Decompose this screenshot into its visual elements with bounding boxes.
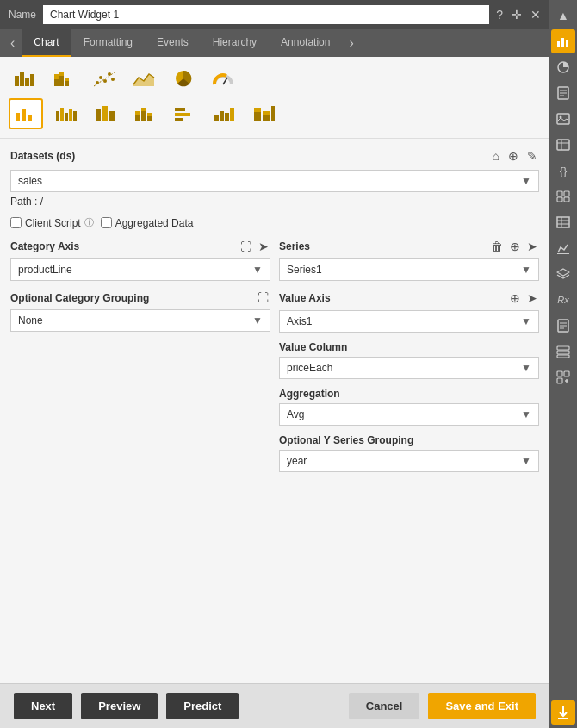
chart-type-bar-dot[interactable]: [208, 99, 241, 128]
chart-type-scatter[interactable]: [88, 64, 121, 93]
svg-rect-23: [60, 108, 64, 121]
chart-type-bar-v1[interactable]: [9, 98, 43, 129]
sidebar-chart-icon[interactable]: [551, 29, 575, 53]
dataset-add-btn[interactable]: ⊕: [506, 147, 520, 165]
datasets-icons: ⌂ ⊕ ✎: [491, 147, 539, 165]
value-column-select[interactable]: priceEach ▼: [279, 357, 539, 379]
sidebar-image-icon[interactable]: [551, 107, 575, 131]
svg-rect-5: [54, 74, 59, 79]
aggregation-value: Avg: [287, 408, 304, 420]
chart-type-bar-v3[interactable]: [90, 99, 122, 128]
sidebar-grid3-icon[interactable]: [551, 210, 575, 234]
svg-rect-48: [557, 41, 560, 47]
close-icon[interactable]: ✕: [530, 8, 541, 22]
optional-y-section: Optional Y Series Grouping year ▼: [279, 434, 539, 472]
series-header: Series 🗑 ⊕ ➤: [279, 238, 539, 255]
svg-rect-7: [59, 72, 64, 76]
dataset-home-btn[interactable]: ⌂: [491, 147, 501, 165]
optional-y-select[interactable]: year ▼: [279, 450, 539, 472]
right-sidebar: ▲ {} Rx: [549, 0, 577, 728]
preview-button[interactable]: Preview: [81, 693, 158, 719]
sidebar-gallery-icon[interactable]: [551, 184, 575, 208]
series-nav-btn[interactable]: ➤: [525, 238, 539, 255]
chart-type-bar-stripe[interactable]: [248, 99, 281, 128]
chart-type-bar-h[interactable]: [169, 99, 202, 128]
datasets-select[interactable]: sales ▼: [10, 170, 539, 192]
svg-rect-77: [557, 355, 569, 358]
sidebar-page-icon[interactable]: [551, 81, 575, 105]
optional-category-label: Optional Category Grouping: [10, 292, 149, 304]
aggregated-data-checkbox[interactable]: [101, 217, 112, 228]
sidebar-addgrid-icon[interactable]: [551, 365, 575, 389]
next-button[interactable]: Next: [14, 693, 72, 719]
chart-type-bar-v4[interactable]: [129, 99, 162, 128]
tab-annotation[interactable]: Annotation: [269, 29, 342, 57]
cancel-button[interactable]: Cancel: [349, 693, 420, 719]
svg-rect-2: [25, 78, 29, 86]
svg-rect-79: [564, 371, 569, 376]
sidebar-linechart-icon[interactable]: [551, 236, 575, 260]
value-axis-add-btn[interactable]: ⊕: [508, 289, 522, 307]
category-axis-select[interactable]: productLine ▼: [10, 258, 270, 281]
chart-type-pie[interactable]: [167, 64, 200, 93]
footer: Next Preview Predict Cancel Save and Exi…: [0, 683, 549, 728]
aggregation-select[interactable]: Avg ▼: [279, 403, 539, 426]
series-select[interactable]: Series1 ▼: [279, 258, 539, 281]
save-exit-button[interactable]: Save and Exit: [428, 693, 536, 719]
tab-formatting[interactable]: Formatting: [71, 29, 145, 57]
chart-type-bar-v2[interactable]: [50, 99, 83, 128]
chart-type-stacked-bar[interactable]: [48, 64, 81, 93]
chart-types-row1: [9, 64, 541, 93]
category-axis-nav-btn[interactable]: ➤: [257, 238, 270, 255]
chart-icons-section: [0, 57, 549, 139]
chart-type-area[interactable]: [127, 64, 160, 93]
sidebar-download-icon[interactable]: [551, 700, 575, 725]
tab-prev-btn[interactable]: ‹: [3, 30, 22, 56]
widget-name-input[interactable]: [43, 5, 489, 24]
svg-rect-32: [141, 111, 146, 121]
dataset-edit-btn[interactable]: ✎: [525, 147, 539, 165]
chart-type-grouped-bar[interactable]: [9, 64, 41, 93]
svg-rect-38: [175, 118, 183, 121]
sidebar-doc-icon[interactable]: [551, 314, 575, 338]
sidebar-chart2-icon[interactable]: [551, 55, 575, 79]
category-axis-icons: ⛶ ➤: [239, 238, 270, 255]
optional-category-select[interactable]: None ▼: [10, 309, 270, 332]
sidebar-arrow-up-icon[interactable]: ▲: [551, 3, 575, 28]
sidebar-stack-icon[interactable]: [551, 339, 575, 364]
svg-rect-46: [263, 111, 270, 115]
sidebar-brackets-icon[interactable]: {}: [551, 159, 575, 183]
header: Name ? ✛ ✕: [0, 0, 549, 29]
tab-events[interactable]: Events: [145, 29, 201, 57]
series-label: Series: [279, 240, 310, 252]
svg-rect-56: [557, 114, 569, 124]
move-icon[interactable]: ✛: [512, 8, 522, 22]
client-script-checkbox[interactable]: [10, 217, 22, 228]
svg-rect-50: [566, 40, 568, 47]
value-column-value: priceEach: [287, 362, 332, 374]
aggregation-section: Aggregation Avg ▼: [279, 388, 539, 426]
aggregated-data-option: Aggregated Data: [101, 217, 194, 229]
tab-chart[interactable]: Chart: [22, 29, 71, 57]
optional-category-chevron: ▼: [252, 314, 263, 327]
tab-next-btn[interactable]: ›: [342, 30, 360, 56]
sidebar-rx-icon[interactable]: Rx: [551, 288, 575, 312]
sidebar-layer-icon[interactable]: [551, 262, 575, 286]
series-add-btn[interactable]: ⊕: [508, 238, 522, 255]
help-icon[interactable]: ?: [496, 8, 503, 22]
tab-hierarchy[interactable]: Hierarchy: [201, 29, 269, 57]
svg-rect-63: [557, 197, 562, 202]
optional-y-value: year: [287, 455, 307, 467]
category-axis-header: Category Axis ⛶ ➤: [10, 238, 270, 255]
series-delete-btn[interactable]: 🗑: [489, 238, 505, 255]
predict-button[interactable]: Predict: [166, 693, 239, 719]
optional-category-nodes-btn[interactable]: ⛶: [256, 289, 270, 306]
sidebar-table-icon[interactable]: [551, 133, 575, 157]
chart-type-gauge[interactable]: [207, 64, 239, 93]
optional-category-value: None: [18, 314, 43, 327]
svg-rect-25: [69, 109, 72, 121]
value-axis-nav-btn[interactable]: ➤: [525, 289, 539, 307]
category-axis-nodes-btn[interactable]: ⛶: [239, 239, 253, 255]
value-axis-chevron: ▼: [521, 315, 531, 327]
value-axis-select[interactable]: Axis1 ▼: [279, 310, 539, 333]
